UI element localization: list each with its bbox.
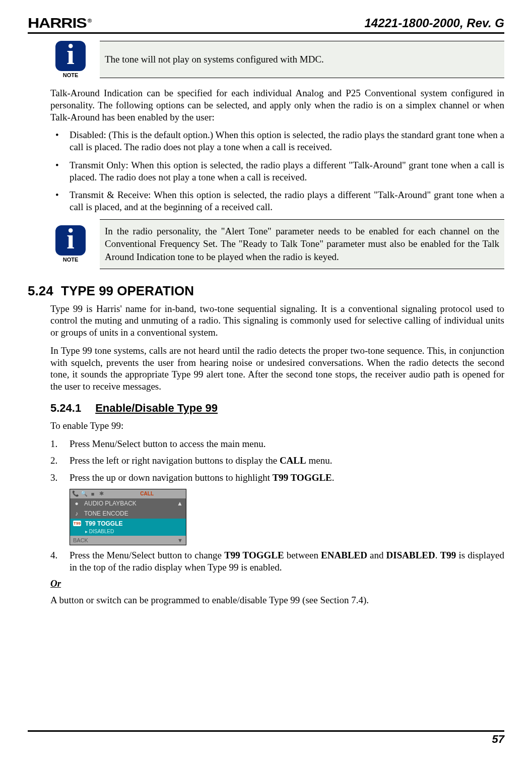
menu-row-value: ▸ DISABLED bbox=[70, 529, 186, 536]
row-icon: ♪ bbox=[73, 510, 80, 517]
paragraph: A button or switch can be programmed to … bbox=[50, 594, 504, 606]
page: HARRIS® 14221-1800-2000, Rev. G i NOTE T… bbox=[0, 0, 532, 761]
info-icon-glyph: i bbox=[66, 225, 75, 253]
brand-logo: HARRIS® bbox=[28, 15, 92, 31]
subsection-number: 5.24.1 bbox=[50, 402, 81, 415]
page-header: HARRIS® 14221-1800-2000, Rev. G bbox=[28, 15, 504, 31]
section-number: 5.24 bbox=[28, 283, 54, 299]
paragraph: Talk-Around Indication can be specified … bbox=[50, 87, 504, 123]
list-item: Press the up or down navigation buttons … bbox=[50, 472, 504, 484]
step-list-cont: Press the Menu/Select button to change T… bbox=[50, 549, 504, 574]
subsection-heading: 5.24.1 Enable/Disable Type 99 bbox=[50, 402, 504, 415]
info-icon-glyph: i bbox=[66, 40, 75, 69]
note-body: The tone will not play on systems config… bbox=[100, 41, 504, 78]
step-text: Press the up or down navigation buttons … bbox=[70, 472, 273, 483]
step-text: Press the left or right navigation butto… bbox=[70, 455, 280, 466]
paragraph: Type 99 is Harris' name for in-band, two… bbox=[50, 303, 504, 339]
radio-menu-screenshot: 📞 🔍 ■ ✱ CALL ● AUDIO PLAYBACK ▲ ♪ TONE E… bbox=[70, 489, 186, 545]
menu-item-name: T99 TOGGLE bbox=[224, 550, 284, 560]
row-icon: ● bbox=[73, 500, 80, 507]
step-text: and bbox=[367, 550, 386, 560]
softkey-back: BACK bbox=[73, 537, 88, 543]
status-icon: ■ bbox=[89, 491, 96, 497]
page-content: i NOTE The tone will not play on systems… bbox=[50, 41, 504, 606]
list-item: Transmit & Receive: When this option is … bbox=[50, 189, 504, 213]
paragraph: To enable Type 99: bbox=[50, 420, 504, 432]
list-item: Transmit Only: When this option is selec… bbox=[50, 159, 504, 183]
subsection-title: Enable/Disable Type 99 bbox=[95, 402, 218, 415]
info-icon: i bbox=[55, 225, 86, 256]
note-caption: NOTE bbox=[63, 257, 79, 263]
step-text: between bbox=[284, 550, 321, 560]
menu-row-label: T99 TOGGLE bbox=[85, 520, 122, 527]
header-divider bbox=[28, 32, 504, 34]
step-text: . bbox=[435, 550, 440, 560]
info-icon: i bbox=[55, 41, 86, 71]
step-text: menu. bbox=[306, 455, 332, 466]
note-text: In the radio personality, the "Alert Ton… bbox=[105, 225, 499, 264]
option-name: DISABLED bbox=[386, 550, 435, 560]
note-body: In the radio personality, the "Alert Ton… bbox=[100, 219, 504, 269]
step-text: . bbox=[332, 472, 335, 483]
note-text: The tone will not play on systems config… bbox=[105, 53, 324, 66]
paragraph: In Type 99 tone systems, calls are not h… bbox=[50, 345, 504, 393]
note-caption: NOTE bbox=[63, 72, 79, 78]
menu-row: ♪ TONE ENCODE bbox=[70, 509, 186, 519]
note-block: i NOTE The tone will not play on systems… bbox=[50, 41, 504, 78]
chevron-down-icon: ▼ bbox=[177, 537, 183, 543]
menu-row-label: TONE ENCODE bbox=[84, 510, 128, 517]
t99-badge-icon: T99 bbox=[73, 521, 81, 526]
list-item: Press Menu/Select button to access the m… bbox=[50, 438, 504, 450]
status-icon: 📞 bbox=[72, 490, 79, 497]
menu-row-label: AUDIO PLAYBACK bbox=[84, 500, 137, 507]
menu-rows: ● AUDIO PLAYBACK ▲ ♪ TONE ENCODE T99 T99… bbox=[70, 498, 186, 536]
document-number: 14221-1800-2000, Rev. G bbox=[364, 16, 504, 30]
list-item: Disabled: (This is the default option.) … bbox=[50, 129, 504, 153]
footer-divider bbox=[28, 730, 504, 732]
status-icon: 🔍 bbox=[81, 490, 88, 497]
menu-row: ● AUDIO PLAYBACK ▲ bbox=[70, 498, 186, 509]
indicator-name: T99 bbox=[440, 550, 456, 560]
or-separator: Or bbox=[50, 578, 504, 589]
brand-logo-tm: ® bbox=[88, 18, 92, 24]
note-block: i NOTE In the radio personality, the "Al… bbox=[50, 219, 504, 269]
step-text: Press the Menu/Select button to change bbox=[70, 550, 224, 560]
section-title: TYPE 99 OPERATION bbox=[61, 283, 194, 299]
menu-name: CALL bbox=[280, 455, 306, 466]
chevron-up-icon: ▲ bbox=[177, 500, 183, 507]
note-icon-cell: i NOTE bbox=[50, 219, 91, 269]
page-footer: 57 bbox=[28, 710, 504, 746]
page-number: 57 bbox=[28, 733, 504, 746]
menu-item-name: T99 TOGGLE bbox=[273, 472, 332, 483]
list-item: Press the Menu/Select button to change T… bbox=[50, 549, 504, 574]
bullet-list: Disabled: (This is the default option.) … bbox=[50, 129, 504, 213]
menu-top-bar: 📞 🔍 ■ ✱ CALL bbox=[70, 489, 186, 498]
menu-tab-label: CALL bbox=[140, 491, 154, 496]
menu-bottom-bar: BACK ▼ bbox=[70, 536, 186, 545]
step-list: Press Menu/Select button to access the m… bbox=[50, 438, 504, 484]
status-icon: ✱ bbox=[98, 490, 105, 497]
menu-row-selected: T99 T99 TOGGLE bbox=[70, 519, 186, 529]
section-heading: 5.24 TYPE 99 OPERATION bbox=[28, 283, 504, 299]
list-item: Press the left or right navigation butto… bbox=[50, 455, 504, 467]
brand-logo-text: HARRIS bbox=[28, 15, 87, 31]
option-name: ENABLED bbox=[321, 550, 367, 560]
note-icon-cell: i NOTE bbox=[50, 41, 91, 78]
